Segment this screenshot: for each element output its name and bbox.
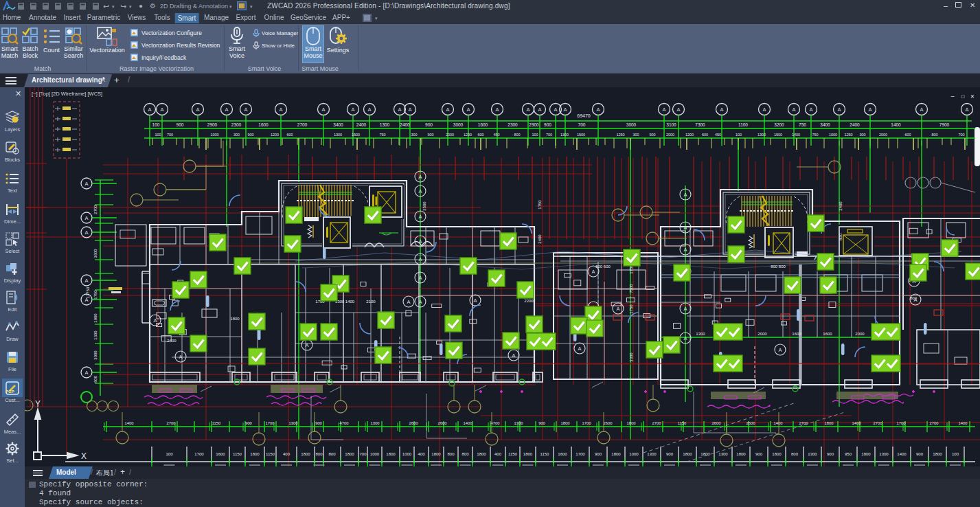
svg-text:A: A [225, 106, 228, 113]
svg-text:1100: 1100 [738, 122, 748, 127]
svg-text:600: 600 [904, 133, 911, 137]
svg-text:3400: 3400 [333, 122, 343, 127]
svg-text:300: 300 [233, 133, 240, 137]
svg-text:2600: 2600 [409, 421, 418, 425]
svg-text:A: A [148, 106, 151, 113]
svg-text:2700: 2700 [93, 205, 98, 214]
svg-text:A: A [418, 188, 422, 194]
svg-text:2600: 2600 [438, 421, 447, 425]
svg-text:1800: 1800 [683, 452, 692, 456]
svg-text:1500: 1500 [774, 133, 782, 137]
svg-text:1400: 1400 [852, 421, 861, 425]
svg-text:1600: 1600 [478, 122, 488, 127]
svg-text:3600: 3600 [93, 249, 98, 258]
svg-text:1600: 1600 [258, 122, 269, 127]
svg-text:3000: 3000 [453, 122, 464, 127]
svg-text:3000: 3000 [626, 122, 637, 127]
svg-text:1200: 1200 [271, 133, 279, 137]
svg-text:800 800: 800 800 [771, 264, 786, 269]
svg-text:1800: 1800 [523, 452, 533, 456]
svg-text:1800: 1800 [561, 421, 570, 425]
svg-text:□: □ [961, 93, 965, 100]
svg-text:A: A [418, 275, 422, 281]
svg-text:A: A [578, 346, 581, 352]
svg-text:1600: 1600 [823, 332, 832, 336]
svg-text:1300: 1300 [808, 452, 817, 456]
svg-text:1600: 1600 [558, 452, 567, 456]
svg-text:2900: 2900 [529, 122, 539, 127]
svg-text:1300: 1300 [757, 133, 766, 137]
svg-text:1150: 1150 [266, 452, 275, 456]
svg-text:X: X [81, 451, 87, 461]
svg-text:600: 600 [286, 133, 293, 137]
svg-text:1000: 1000 [210, 133, 218, 137]
svg-text:A: A [596, 106, 600, 113]
svg-text:1300: 1300 [334, 133, 342, 137]
svg-text:600: 600 [477, 133, 483, 137]
svg-text:1200: 1200 [464, 133, 472, 137]
svg-text:2500: 2500 [422, 201, 426, 211]
svg-text:1800: 1800 [431, 452, 441, 456]
svg-text:A: A [84, 370, 88, 376]
svg-text:800: 800 [839, 233, 843, 240]
svg-text:800: 800 [315, 452, 323, 456]
svg-text:A: A [683, 335, 687, 341]
svg-text:69470: 69470 [577, 113, 591, 118]
svg-text:A: A [495, 106, 499, 113]
svg-text:1250: 1250 [844, 133, 852, 137]
svg-text:1300: 1300 [718, 452, 728, 456]
svg-text:A: A [473, 297, 477, 304]
svg-text:2400: 2400 [167, 339, 176, 343]
svg-text:900: 900 [427, 133, 433, 137]
svg-text:900: 900 [666, 452, 674, 456]
svg-text:100: 100 [152, 122, 160, 127]
svg-text:1800: 1800 [230, 317, 240, 321]
svg-text:A: A [153, 317, 157, 324]
svg-text:A: A [418, 214, 422, 220]
svg-text:A: A [196, 106, 199, 113]
svg-text:2000: 2000 [666, 133, 674, 137]
svg-text:600: 600 [702, 133, 708, 137]
svg-text:1000: 1000 [402, 452, 412, 456]
svg-text:A: A [84, 278, 88, 284]
svg-text:A: A [526, 106, 529, 113]
svg-text:900: 900 [544, 122, 551, 127]
svg-text:1150: 1150 [212, 421, 220, 425]
svg-text:A: A [179, 354, 182, 360]
svg-text:900: 900 [649, 133, 655, 137]
svg-text:A: A [418, 238, 422, 245]
svg-text:800: 800 [328, 452, 336, 456]
svg-text:A: A [538, 106, 541, 113]
svg-text:1800: 1800 [301, 452, 310, 456]
svg-text:A: A [683, 225, 687, 231]
svg-text:1800: 1800 [611, 452, 621, 456]
svg-text:A: A [792, 106, 795, 113]
svg-text:450: 450 [493, 133, 499, 137]
svg-text:7500: 7500 [629, 284, 633, 293]
svg-text:100: 100 [952, 452, 959, 456]
svg-text:2300: 2300 [508, 122, 518, 127]
svg-text:A: A [321, 106, 325, 113]
svg-text:900: 900 [176, 122, 184, 127]
svg-text:A: A [351, 106, 354, 113]
svg-text:1800: 1800 [736, 452, 746, 456]
svg-text:1300: 1300 [514, 421, 523, 425]
svg-text:A: A [676, 106, 680, 113]
svg-text:2700: 2700 [874, 421, 882, 425]
svg-text:2400: 2400 [850, 122, 860, 127]
svg-text:2400: 2400 [839, 201, 843, 211]
svg-text:A: A [408, 106, 411, 113]
svg-text:1250: 1250 [616, 133, 624, 137]
svg-text:2000: 2000 [446, 133, 454, 137]
svg-text:1750: 1750 [629, 304, 633, 314]
svg-text:300: 300 [859, 133, 865, 137]
svg-text:3000: 3000 [93, 350, 98, 360]
svg-text:4700: 4700 [340, 421, 349, 425]
svg-text:3100: 3100 [666, 122, 676, 127]
svg-text:1150: 1150 [508, 452, 518, 456]
svg-text:1300: 1300 [560, 133, 569, 137]
svg-text:1750: 1750 [93, 290, 98, 300]
svg-text:2100: 2100 [366, 300, 376, 304]
svg-text:1300 1400: 1300 1400 [335, 300, 355, 304]
svg-text:1300: 1300 [93, 330, 98, 340]
